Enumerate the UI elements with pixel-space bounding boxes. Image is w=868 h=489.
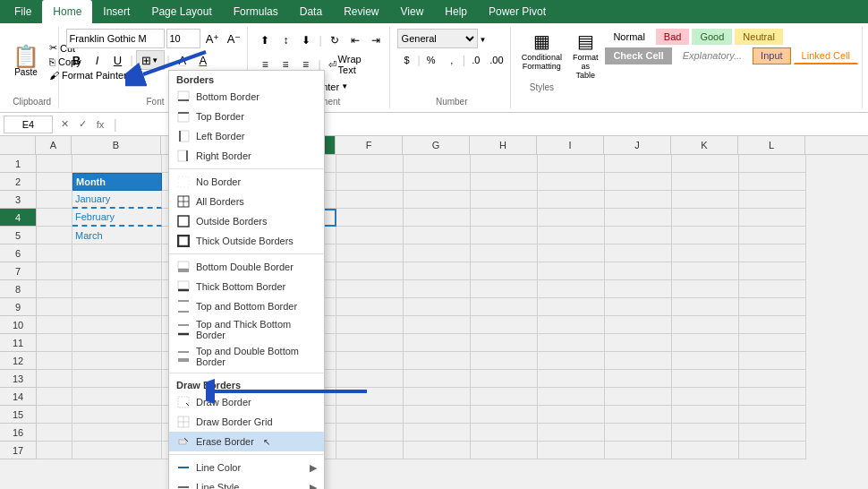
border-item-none[interactable]: No Border — [169, 172, 324, 192]
cell-a4[interactable] — [37, 209, 72, 227]
cell-g6[interactable] — [404, 244, 471, 262]
cell-f1[interactable] — [336, 155, 404, 173]
cell-h6[interactable] — [471, 244, 538, 262]
cell-k7[interactable] — [672, 262, 739, 280]
col-header-l[interactable]: L — [738, 136, 805, 154]
cell-f4[interactable] — [336, 209, 404, 227]
cell-i16[interactable] — [538, 424, 605, 442]
cell-l2[interactable] — [739, 173, 806, 191]
border-item-top[interactable]: Top Border — [169, 107, 324, 126]
cell-h12[interactable] — [471, 352, 538, 370]
cell-b16[interactable] — [72, 424, 162, 442]
col-header-a[interactable]: A — [36, 136, 72, 154]
format-as-table-button[interactable]: ▤ Format asTable — [569, 29, 602, 82]
cell-l17[interactable] — [739, 442, 806, 459]
cell-b7[interactable] — [72, 262, 162, 280]
tab-help[interactable]: Help — [434, 0, 478, 23]
style-bad[interactable]: Bad — [656, 29, 690, 45]
cell-j10[interactable] — [605, 316, 672, 334]
indent-increase-button[interactable]: ⇥ — [366, 30, 386, 50]
cell-a16[interactable] — [37, 424, 72, 442]
cell-h3[interactable] — [471, 191, 538, 209]
dollar-button[interactable]: $ — [397, 50, 417, 70]
cell-f6[interactable] — [336, 244, 404, 262]
cell-j12[interactable] — [605, 352, 672, 370]
comma-button[interactable]: , — [442, 50, 462, 70]
row-num-12[interactable]: 12 — [0, 352, 36, 370]
cell-l1[interactable] — [739, 155, 806, 173]
cell-h17[interactable] — [471, 442, 538, 459]
cell-a12[interactable] — [37, 352, 72, 370]
cell-h7[interactable] — [471, 262, 538, 280]
cell-g14[interactable] — [404, 388, 471, 406]
cell-b13[interactable] — [72, 370, 162, 388]
increase-font-button[interactable]: A⁺ — [202, 29, 222, 48]
cell-b14[interactable] — [72, 388, 162, 406]
cell-h2[interactable] — [471, 173, 538, 191]
cell-j16[interactable] — [605, 424, 672, 442]
cell-g16[interactable] — [404, 424, 471, 442]
cell-g15[interactable] — [404, 406, 471, 424]
borders-button[interactable]: ⊞▼ — [136, 50, 165, 70]
border-item-outside[interactable]: Outside Borders — [169, 211, 324, 231]
cell-j15[interactable] — [605, 406, 672, 424]
cell-k8[interactable] — [672, 280, 739, 298]
cell-b15[interactable] — [72, 406, 162, 424]
cell-g3[interactable] — [404, 191, 471, 209]
row-num-16[interactable]: 16 — [0, 424, 36, 442]
cell-j17[interactable] — [605, 442, 672, 459]
tab-page-layout[interactable]: Page Layout — [140, 0, 222, 23]
style-normal[interactable]: Normal — [605, 29, 652, 45]
cell-h16[interactable] — [471, 424, 538, 442]
cell-f8[interactable] — [336, 280, 404, 298]
row-num-8[interactable]: 8 — [0, 280, 36, 298]
tab-formulas[interactable]: Formulas — [223, 0, 289, 23]
cell-i12[interactable] — [538, 352, 605, 370]
row-num-9[interactable]: 9 — [0, 298, 36, 316]
cell-g17[interactable] — [404, 442, 471, 459]
cell-h8[interactable] — [471, 280, 538, 298]
cell-h13[interactable] — [471, 370, 538, 388]
col-header-i[interactable]: I — [537, 136, 604, 154]
cell-j1[interactable] — [605, 155, 672, 173]
decrease-font-button[interactable]: A⁻ — [224, 29, 243, 48]
style-linked-cell[interactable]: Linked Cell — [794, 47, 858, 64]
align-top-button[interactable]: ⬆ — [255, 30, 275, 50]
row-num-10[interactable]: 10 — [0, 316, 36, 334]
cell-a6[interactable] — [37, 244, 72, 262]
cell-g8[interactable] — [404, 280, 471, 298]
cell-a10[interactable] — [37, 316, 72, 334]
col-header-f[interactable]: F — [336, 136, 403, 154]
cell-l10[interactable] — [739, 316, 806, 334]
cell-a1[interactable] — [37, 155, 72, 173]
cell-j4[interactable] — [605, 209, 672, 227]
cell-l15[interactable] — [739, 406, 806, 424]
cell-h5[interactable] — [471, 227, 538, 244]
col-header-b[interactable]: B — [72, 136, 161, 154]
line-color-item[interactable]: Line Color ▶ — [169, 458, 324, 459]
cell-l7[interactable] — [739, 262, 806, 280]
cell-a8[interactable] — [37, 280, 72, 298]
style-check-cell[interactable]: Check Cell — [605, 47, 671, 64]
cell-k16[interactable] — [672, 424, 739, 442]
cell-l5[interactable] — [739, 227, 806, 244]
cell-i15[interactable] — [538, 406, 605, 424]
cell-h1[interactable] — [471, 155, 538, 173]
conditional-formatting-button[interactable]: ▦ ConditionalFormatting — [518, 29, 566, 73]
border-item-bottom[interactable]: Bottom Border — [169, 87, 324, 107]
row-num-14[interactable]: 14 — [0, 388, 36, 406]
cell-f13[interactable] — [336, 370, 404, 388]
cell-g4[interactable] — [404, 209, 471, 227]
cell-g9[interactable] — [404, 298, 471, 316]
erase-border-item[interactable]: Erase Border ↖ — [169, 432, 324, 451]
col-header-g[interactable]: G — [403, 136, 470, 154]
tab-home[interactable]: Home — [42, 0, 92, 23]
increase-decimal-button[interactable]: .0 — [466, 50, 486, 70]
cell-b12[interactable] — [72, 352, 162, 370]
cell-i17[interactable] — [538, 442, 605, 459]
percent-button[interactable]: % — [421, 50, 441, 70]
cell-f9[interactable] — [336, 298, 404, 316]
italic-button[interactable]: I — [87, 50, 106, 70]
row-num-6[interactable]: 6 — [0, 244, 36, 262]
cell-j6[interactable] — [605, 244, 672, 262]
